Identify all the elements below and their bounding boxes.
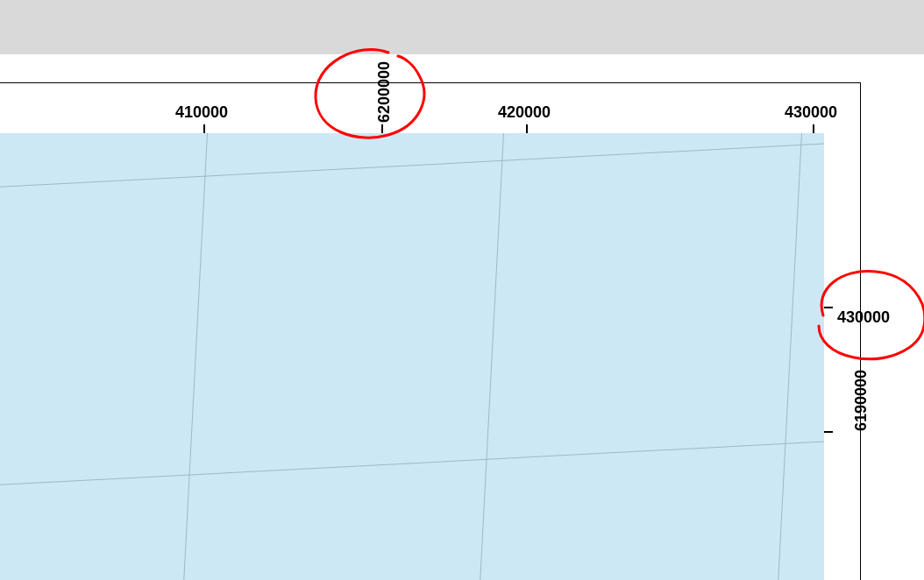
grid-tick [824, 307, 833, 308]
app-toolbar [0, 0, 924, 55]
grid-tick [824, 431, 833, 433]
map-body[interactable] [0, 133, 824, 580]
grid-label-y: 6190000 [852, 370, 871, 431]
graticule-line [0, 442, 824, 488]
grid-label-x: 420000 [498, 103, 551, 122]
graticule-line [469, 133, 504, 580]
grid-label-x: 430000 [785, 103, 837, 122]
grid-tick [813, 124, 814, 133]
grid-label-x-on-right: 430000 [837, 308, 890, 327]
graticule-line [173, 133, 208, 580]
graticule-line [767, 133, 802, 580]
grid-tick [526, 124, 528, 133]
layout-canvas[interactable]: 410000 420000 430000 6200000 430000 6190… [0, 54, 924, 580]
grid-label-x: 410000 [175, 103, 228, 122]
grid-tick [203, 124, 205, 133]
grid-tick [381, 124, 383, 133]
grid-label-y-on-top: 6200000 [375, 61, 394, 123]
graticule-line [0, 144, 824, 190]
